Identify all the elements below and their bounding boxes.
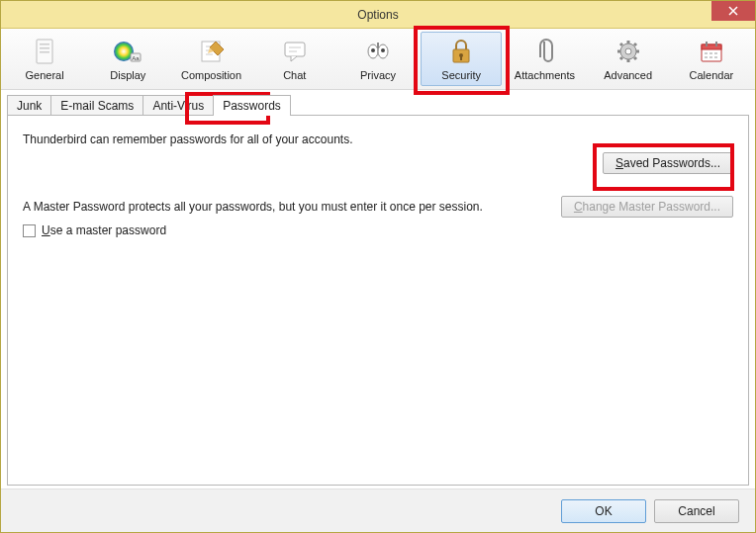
- svg-rect-3: [40, 51, 49, 53]
- svg-rect-20: [702, 44, 721, 49]
- subtab-junk[interactable]: Junk: [7, 95, 51, 116]
- window-title: Options: [357, 8, 398, 22]
- svg-rect-21: [706, 42, 708, 46]
- passwords-panel: Thunderbird can remember passwords for a…: [7, 115, 749, 486]
- toolbar-item-attachments[interactable]: Attachments: [504, 32, 585, 86]
- toolbar-item-composition[interactable]: Composition: [170, 32, 251, 86]
- svg-rect-27: [709, 56, 712, 58]
- svg-rect-16: [460, 56, 462, 60]
- toolbar-item-chat[interactable]: Chat: [254, 32, 335, 86]
- toolbar-item-calendar[interactable]: Calendar: [671, 32, 752, 86]
- use-master-password-label[interactable]: Use a master password: [42, 223, 166, 237]
- toolbar-label: Attachments: [515, 69, 575, 81]
- svg-rect-23: [705, 52, 708, 54]
- toolbar-label: Calendar: [690, 69, 734, 81]
- toolbar-label: Chat: [283, 69, 306, 81]
- svg-rect-2: [40, 47, 49, 49]
- svg-point-12: [381, 48, 385, 52]
- toolbar-label: Composition: [181, 69, 241, 81]
- svg-rect-28: [714, 56, 717, 58]
- toolbar-label: Privacy: [360, 69, 396, 81]
- subtab-strip: Junk E-mail Scams Anti-Virus Passwords: [1, 90, 755, 115]
- category-toolbar: General Aa Display Composition Chat Priv…: [1, 29, 755, 90]
- use-master-password-checkbox[interactable]: [23, 224, 36, 237]
- toolbar-label: Advanced: [604, 69, 652, 81]
- cancel-button[interactable]: Cancel: [654, 499, 739, 523]
- subtab-anti-virus[interactable]: Anti-Virus: [142, 95, 214, 116]
- master-password-text: A Master Password protects all your pass…: [23, 200, 483, 214]
- toolbar-item-display[interactable]: Aa Display: [87, 32, 168, 86]
- toolbar-label: General: [26, 69, 64, 81]
- svg-rect-8: [285, 43, 305, 56]
- security-icon: [445, 37, 477, 66]
- dialog-button-row: OK Cancel: [1, 489, 755, 532]
- toolbar-item-privacy[interactable]: Privacy: [337, 32, 419, 86]
- privacy-icon: [362, 37, 394, 66]
- toolbar-item-advanced[interactable]: Advanced: [588, 32, 669, 86]
- svg-rect-26: [705, 56, 708, 58]
- attachments-icon: [528, 37, 560, 66]
- svg-rect-24: [709, 52, 712, 54]
- titlebar: Options: [1, 1, 755, 29]
- ok-button[interactable]: OK: [561, 499, 646, 523]
- close-icon: [728, 6, 738, 16]
- toolbar-label: Display: [110, 69, 145, 81]
- options-dialog: Options General Aa Display Composition: [0, 0, 756, 533]
- display-icon: Aa: [112, 37, 143, 66]
- chat-icon: [279, 37, 311, 66]
- svg-point-18: [625, 48, 631, 54]
- close-button[interactable]: [711, 1, 755, 21]
- advanced-icon: [613, 37, 644, 66]
- subtab-passwords[interactable]: Passwords: [213, 95, 291, 116]
- svg-point-11: [371, 48, 375, 52]
- toolbar-item-security[interactable]: Security: [421, 32, 502, 86]
- svg-rect-22: [715, 42, 717, 46]
- general-icon: [29, 37, 60, 66]
- change-master-password-button[interactable]: Change Master Password...: [561, 196, 733, 218]
- content-area: Junk E-mail Scams Anti-Virus Passwords T…: [1, 90, 755, 489]
- svg-rect-25: [714, 52, 717, 54]
- svg-rect-13: [377, 43, 379, 48]
- subtab-email-scams[interactable]: E-mail Scams: [50, 95, 143, 116]
- svg-text:Aa: Aa: [133, 55, 141, 61]
- toolbar-item-general[interactable]: General: [4, 32, 85, 86]
- toolbar-label: Security: [441, 69, 481, 81]
- composition-icon: [196, 37, 228, 66]
- calendar-icon: [696, 37, 727, 66]
- remember-passwords-text: Thunderbird can remember passwords for a…: [23, 133, 353, 146]
- svg-rect-1: [40, 44, 49, 45]
- saved-passwords-button[interactable]: Saved Passwords...: [603, 152, 733, 174]
